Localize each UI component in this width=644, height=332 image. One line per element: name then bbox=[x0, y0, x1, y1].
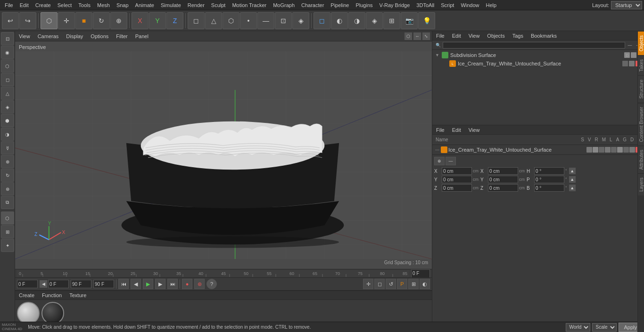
vp-icon-3[interactable]: ⤡ bbox=[422, 32, 430, 40]
pose-button[interactable]: P bbox=[397, 279, 407, 289]
rotate-tool-button[interactable]: ↻ bbox=[93, 12, 110, 29]
end-frame-input[interactable] bbox=[411, 269, 430, 278]
sidebar-btn-12[interactable]: ⊛ bbox=[1, 182, 14, 195]
uv-mode-button[interactable]: ⊡ bbox=[275, 12, 292, 29]
scale-select[interactable]: Scale bbox=[592, 323, 617, 332]
attr-menu-edit[interactable]: Edit bbox=[450, 127, 463, 133]
attr-dot-8[interactable] bbox=[629, 147, 635, 153]
sidebar-btn-6[interactable]: ◈ bbox=[1, 100, 14, 113]
menu-edit[interactable]: Edit bbox=[17, 1, 32, 9]
sidebar-btn-8[interactable]: ◑ bbox=[1, 128, 14, 141]
axis-x-button[interactable]: X bbox=[132, 12, 149, 29]
mat-menu-texture[interactable]: Texture bbox=[67, 292, 88, 299]
polygon-mode-button[interactable]: △ bbox=[205, 12, 222, 29]
coord-btn-2[interactable]: — bbox=[446, 157, 456, 165]
rtab-objects[interactable]: Objects bbox=[638, 31, 644, 55]
obj-menu-file[interactable]: File bbox=[434, 32, 446, 39]
attr-menu-file[interactable]: File bbox=[434, 127, 446, 133]
attr-dot-7[interactable] bbox=[623, 147, 629, 153]
sidebar-btn-1[interactable]: ⊡ bbox=[1, 32, 14, 45]
coord-btn-1[interactable]: ⊕ bbox=[434, 157, 445, 165]
attr-dot-3[interactable] bbox=[599, 147, 604, 153]
redo-button[interactable]: ↪ bbox=[19, 12, 36, 29]
coord-h-spin[interactable]: ▲ bbox=[569, 168, 576, 174]
menu-window[interactable]: Window bbox=[458, 1, 482, 9]
vp-menu-panel[interactable]: Panel bbox=[133, 32, 150, 40]
menu-mograph[interactable]: MoGraph bbox=[270, 1, 297, 9]
coord-y-rot[interactable] bbox=[488, 176, 518, 183]
obj-menu-objects[interactable]: Objects bbox=[485, 32, 506, 39]
menu-3dtoall[interactable]: 3DToAll bbox=[413, 1, 437, 9]
menu-plugins[interactable]: Plugins bbox=[353, 1, 375, 9]
menu-animate[interactable]: Animate bbox=[132, 1, 157, 9]
render-preview-button[interactable]: ◐ bbox=[420, 279, 430, 289]
sidebar-btn-4[interactable]: ◻ bbox=[1, 73, 14, 86]
sidebar-btn-9[interactable]: ☿ bbox=[1, 141, 14, 154]
menu-motion-tracker[interactable]: Motion Tracker bbox=[229, 1, 269, 9]
layout-select[interactable]: Startup bbox=[611, 1, 642, 9]
obj-filter-btn[interactable]: — bbox=[626, 41, 634, 49]
vp-menu-options[interactable]: Options bbox=[89, 32, 110, 40]
vp-menu-cameras[interactable]: Cameras bbox=[36, 32, 61, 40]
mat-menu-function[interactable]: Function bbox=[40, 292, 64, 299]
sidebar-btn-16[interactable]: ✦ bbox=[1, 239, 14, 252]
side-view-button[interactable]: ◑ bbox=[348, 12, 365, 29]
sidebar-btn-10[interactable]: ⊕ bbox=[1, 155, 14, 168]
frame-prev-btn[interactable]: ◀ bbox=[40, 280, 47, 288]
texture-mode-button[interactable]: ◈ bbox=[292, 12, 309, 29]
rtab-layers[interactable]: Layers bbox=[638, 173, 644, 195]
rtab-attributes[interactable]: Attributes bbox=[638, 146, 644, 173]
go-start-button[interactable]: ⏮ bbox=[118, 279, 129, 289]
viewport-3d[interactable]: X Y Z Perspective Grid Spacing : 10 cm bbox=[15, 41, 432, 269]
obj-status-cam-1[interactable] bbox=[629, 61, 635, 66]
sidebar-btn-2[interactable]: ◉ bbox=[1, 46, 14, 59]
attr-row-icecream[interactable]: — Ice_Cream_Tray_White_Untouched_Surface bbox=[433, 146, 643, 154]
move-keys-button[interactable]: ✛ bbox=[363, 279, 373, 289]
vp-menu-view[interactable]: View bbox=[17, 32, 32, 40]
menu-help[interactable]: Help bbox=[483, 1, 500, 9]
play-button[interactable]: ▶ bbox=[143, 279, 153, 289]
coord-b-input[interactable] bbox=[534, 184, 564, 192]
top-view-button[interactable]: ◈ bbox=[366, 12, 383, 29]
object-mode-button[interactable]: ◻ bbox=[188, 12, 205, 29]
key-selection-button[interactable]: ◻ bbox=[374, 279, 385, 289]
menu-render[interactable]: Render bbox=[185, 1, 207, 9]
coord-y-pos[interactable] bbox=[442, 176, 472, 183]
start-frame-field[interactable] bbox=[48, 280, 69, 288]
grid-view-button[interactable]: ⊞ bbox=[383, 12, 400, 29]
sidebar-btn-3[interactable]: ⬡ bbox=[1, 59, 14, 73]
coord-h-input[interactable] bbox=[534, 167, 564, 175]
current-frame-field[interactable]: 0 F bbox=[17, 280, 38, 288]
menu-file[interactable]: File bbox=[2, 1, 16, 9]
rtab-content-browser[interactable]: Content Browser bbox=[638, 103, 644, 146]
attr-menu-view[interactable]: View bbox=[467, 127, 482, 133]
coord-z-pos[interactable] bbox=[442, 184, 472, 192]
obj-menu-tags[interactable]: Tags bbox=[511, 32, 525, 39]
timeline-track[interactable]: 0 5 10 15 20 25 30 35 bbox=[17, 270, 409, 277]
menu-vray[interactable]: V-Ray Bridge bbox=[377, 1, 413, 9]
obj-menu-edit[interactable]: Edit bbox=[450, 32, 463, 39]
transform-button[interactable]: ⊕ bbox=[110, 12, 127, 29]
record-button[interactable]: ● bbox=[182, 279, 192, 289]
menu-mesh[interactable]: Mesh bbox=[94, 1, 113, 9]
sidebar-btn-7[interactable]: ⬢ bbox=[1, 114, 14, 127]
attr-dot-5[interactable] bbox=[611, 147, 617, 153]
axis-z-button[interactable]: Z bbox=[166, 12, 183, 29]
coord-x-rot[interactable] bbox=[488, 167, 518, 175]
vp-menu-filter[interactable]: Filter bbox=[114, 32, 129, 40]
menu-script[interactable]: Script bbox=[438, 1, 457, 9]
select-tool-button[interactable]: ⬡ bbox=[41, 12, 58, 29]
coord-p-spin[interactable]: ▲ bbox=[569, 176, 576, 183]
obj-search-icon[interactable]: 🔍 bbox=[434, 41, 442, 49]
obj-menu-view[interactable]: View bbox=[467, 32, 482, 39]
obj-status-vis-1[interactable] bbox=[622, 61, 628, 66]
scale-tool-button[interactable]: ■ bbox=[75, 12, 92, 29]
world-select[interactable]: World bbox=[566, 323, 590, 332]
grid-button[interactable]: ⊞ bbox=[408, 279, 419, 289]
sidebar-btn-11[interactable]: ↻ bbox=[1, 169, 14, 182]
menu-sculpt[interactable]: Sculpt bbox=[208, 1, 229, 9]
mat-menu-create[interactable]: Create bbox=[17, 292, 36, 299]
auto-key-button[interactable]: ⊛ bbox=[194, 279, 205, 289]
obj-search-input[interactable] bbox=[443, 42, 625, 49]
attr-dot-6[interactable] bbox=[617, 147, 623, 153]
